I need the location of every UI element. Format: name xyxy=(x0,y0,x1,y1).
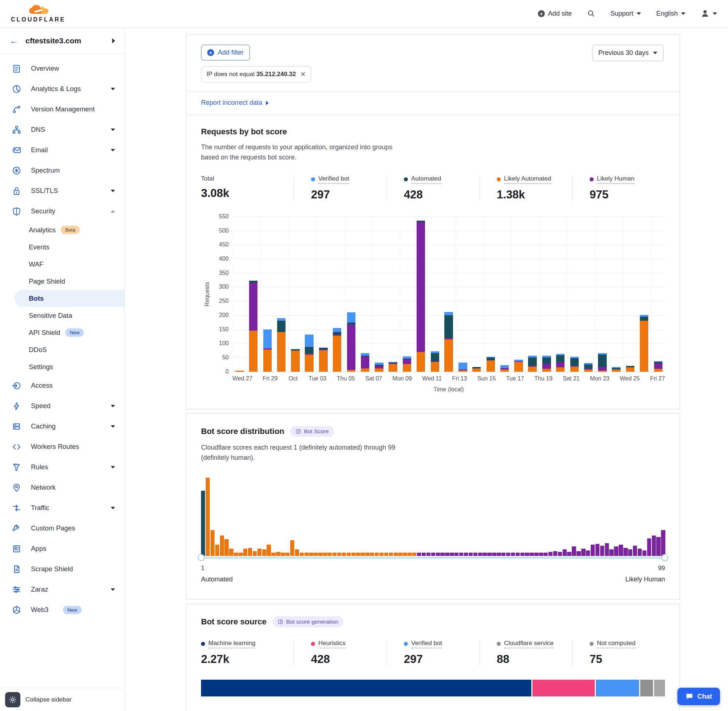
sidebar-item-custom-pages[interactable]: Custom Pages xyxy=(0,518,124,538)
histogram-bar-score-49[interactable] xyxy=(427,553,430,556)
histogram-bar-score-27[interactable] xyxy=(323,553,327,556)
histogram-bar-score-20[interactable] xyxy=(290,540,294,556)
histogram-bar-score-28[interactable] xyxy=(328,553,332,556)
bar-wed-27[interactable] xyxy=(232,217,247,372)
histogram-bar-score-21[interactable] xyxy=(295,549,299,556)
histogram-bar-score-10[interactable] xyxy=(243,549,247,556)
histogram-bar-score-6[interactable] xyxy=(224,539,228,556)
histogram-bar-score-22[interactable] xyxy=(300,553,304,556)
sidebar-item-apps[interactable]: Apps xyxy=(0,538,124,559)
support-menu[interactable]: Support xyxy=(610,10,641,18)
histogram-bar-score-12[interactable] xyxy=(253,551,257,556)
bar-mon-23[interactable] xyxy=(595,217,609,372)
histogram-bar-score-62[interactable] xyxy=(487,553,491,556)
histogram-bar-score-43[interactable] xyxy=(398,553,402,556)
histogram-bar-score-93[interactable] xyxy=(633,546,637,556)
sidebar-item-version-management[interactable]: Version Management xyxy=(0,99,124,119)
histogram-bar-score-13[interactable] xyxy=(257,549,261,556)
histogram-bar-score-8[interactable] xyxy=(234,553,238,556)
add-filter-button[interactable]: + Add filter xyxy=(201,45,250,60)
histogram-bar-score-64[interactable] xyxy=(497,553,501,556)
histogram-bar-score-69[interactable] xyxy=(520,553,524,556)
bar-thu-26[interactable] xyxy=(637,217,651,372)
sidebar-item-ssl-tls[interactable]: SSL/TLS xyxy=(0,181,124,201)
histogram-bar-score-60[interactable] xyxy=(478,553,482,556)
bar-tue-17[interactable] xyxy=(511,217,526,372)
histogram-bar-score-38[interactable] xyxy=(375,553,379,556)
histogram-bar-score-29[interactable] xyxy=(332,553,337,556)
sidebar-item-zaraz[interactable]: Zaraz xyxy=(0,579,124,600)
bar-sat-30[interactable] xyxy=(274,217,288,372)
sidebar-item-access[interactable]: Access xyxy=(0,375,124,396)
sidebar-item-dns[interactable]: DNS xyxy=(0,119,124,140)
histogram-bar-score-16[interactable] xyxy=(271,553,275,556)
bar-tue-10[interactable] xyxy=(414,217,428,372)
histogram-bar-score-84[interactable] xyxy=(591,544,595,556)
histogram-bar-score-26[interactable] xyxy=(318,553,322,556)
histogram-bar-score-25[interactable] xyxy=(313,553,317,556)
histogram-bar-score-97[interactable] xyxy=(652,535,656,556)
histogram-bar-score-30[interactable] xyxy=(337,553,341,556)
histogram-bar-score-88[interactable] xyxy=(609,549,613,556)
histogram-bar-score-79[interactable] xyxy=(567,552,571,556)
histogram-bar-score-31[interactable] xyxy=(342,553,346,556)
sidebar-subitem-sensitive-data[interactable]: Sensitive Data xyxy=(0,307,124,324)
bar-sun-22[interactable] xyxy=(581,217,595,372)
remove-filter-icon[interactable]: ✕ xyxy=(300,70,306,78)
histogram-bar-score-14[interactable] xyxy=(262,549,266,556)
report-incorrect-data-link[interactable]: Report incorrect data xyxy=(201,99,269,107)
histogram-bar-score-66[interactable] xyxy=(506,553,510,556)
histogram-bar-score-67[interactable] xyxy=(511,553,515,556)
sidebar-subitem-settings[interactable]: Settings xyxy=(0,358,124,375)
histogram-bar-score-5[interactable] xyxy=(220,535,224,556)
bot-score-generation-badge[interactable]: Bot score generation xyxy=(272,617,343,627)
histogram-bar-score-17[interactable] xyxy=(276,552,280,556)
histogram-bar-score-36[interactable] xyxy=(365,553,369,556)
histogram-bar-score-92[interactable] xyxy=(628,549,632,556)
sidebar-item-traffic[interactable]: Traffic xyxy=(0,498,124,518)
histogram-bar-score-34[interactable] xyxy=(356,553,360,556)
histogram-bar-score-50[interactable] xyxy=(431,553,435,556)
slider-handle-max[interactable] xyxy=(662,554,668,561)
histogram-bar-score-54[interactable] xyxy=(450,553,454,556)
histogram-bar-score-80[interactable] xyxy=(572,546,576,556)
sidebar-subitem-analytics[interactable]: AnalyticsBeta xyxy=(0,221,124,239)
histogram-bar-score-32[interactable] xyxy=(347,553,351,556)
histogram-bar-score-11[interactable] xyxy=(248,548,252,556)
sidebar-subitem-api-shield[interactable]: API ShieldNew xyxy=(0,324,124,341)
histogram-bar-score-91[interactable] xyxy=(623,548,628,556)
bar-thu-12[interactable] xyxy=(442,217,456,372)
search-button[interactable] xyxy=(587,9,595,18)
histogram-bar-score-70[interactable] xyxy=(525,553,529,556)
histogram-bar-score-87[interactable] xyxy=(605,543,609,556)
sidebar-subitem-bots[interactable]: Bots xyxy=(15,290,124,307)
histogram-bar-score-74[interactable] xyxy=(544,553,548,556)
histogram-bar-score-95[interactable] xyxy=(642,550,647,556)
slider-handle-min[interactable] xyxy=(198,554,205,561)
histogram-bar-score-35[interactable] xyxy=(360,553,365,556)
sidebar-item-caching[interactable]: Caching xyxy=(0,416,124,437)
histogram-bar-score-68[interactable] xyxy=(516,553,520,556)
histogram-bar-score-18[interactable] xyxy=(281,553,285,556)
filter-chip[interactable]: IP does not equal 35.212.240.32 ✕ xyxy=(201,66,312,82)
bar-mon-16[interactable] xyxy=(498,217,511,372)
bar-fri-13[interactable] xyxy=(456,217,470,372)
bar-sun-08[interactable] xyxy=(386,217,400,372)
chat-button[interactable]: Chat xyxy=(677,688,720,705)
sidebar-item-scrape-shield[interactable]: Scrape Shield xyxy=(0,559,124,579)
histogram-bar-score-47[interactable] xyxy=(417,553,421,556)
sidebar-subitem-waf[interactable]: WAF xyxy=(0,255,124,273)
histogram-bar-score-71[interactable] xyxy=(530,553,533,556)
sidebar-item-workers-routes[interactable]: Workers Routes xyxy=(0,437,124,457)
add-site-button[interactable]: + Add site xyxy=(538,10,572,18)
histogram-bar-score-2[interactable] xyxy=(206,478,210,556)
bar-tue-03[interactable] xyxy=(316,217,330,372)
bar-sat-21[interactable] xyxy=(567,217,582,372)
bar-tue-24[interactable] xyxy=(609,217,623,372)
sidebar-item-web3[interactable]: Web3New xyxy=(0,600,124,620)
histogram-bar-score-81[interactable] xyxy=(576,551,580,556)
sidebar-item-rules[interactable]: Rules xyxy=(0,457,124,477)
score-range-slider[interactable] xyxy=(201,557,665,559)
bar-mon-02[interactable] xyxy=(302,217,316,372)
histogram-bar-score-24[interactable] xyxy=(309,553,313,556)
